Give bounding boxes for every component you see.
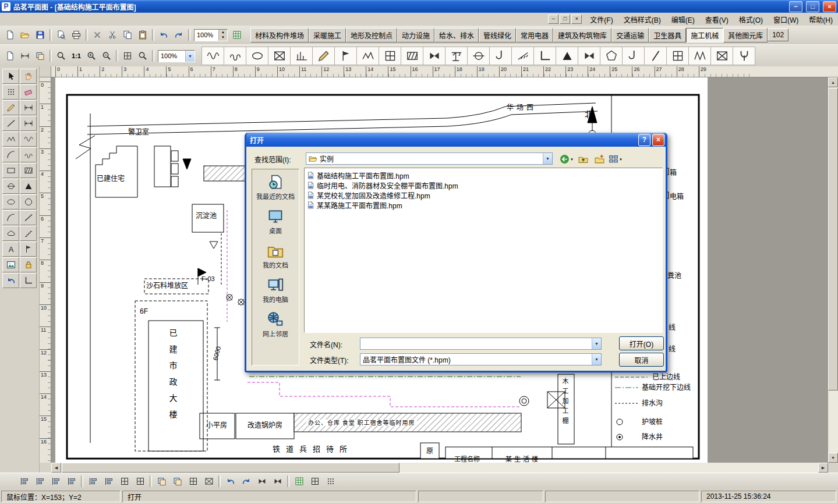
fork-tool-icon[interactable] (733, 47, 755, 65)
symbol-library-tab[interactable]: 施工机械 (686, 28, 723, 42)
stairs-tool-icon[interactable] (20, 226, 37, 241)
vertical-scrollbar[interactable]: ▲ ▼ (828, 77, 838, 463)
circle-tool-icon[interactable] (20, 194, 37, 210)
align-left-icon[interactable] (16, 474, 32, 489)
symbol-library-tab[interactable]: 材料及构件堆场 (250, 28, 309, 42)
rect-tool-icon[interactable] (2, 163, 19, 178)
align-right-icon[interactable] (48, 474, 63, 489)
polygon-tool-icon[interactable] (600, 47, 623, 65)
layer-manager-icon[interactable] (33, 49, 48, 63)
print-icon[interactable] (69, 28, 84, 42)
title-bar[interactable]: P 品茗平面图 - [基础结构施工平面布置图] − □ × (0, 0, 838, 13)
pencil-tool-icon[interactable] (2, 100, 19, 115)
maximize-button[interactable]: □ (806, 1, 819, 12)
up-one-level-button[interactable] (575, 152, 591, 166)
spinner-arrows[interactable]: ▲ ▼ (218, 30, 227, 41)
signal-icon[interactable] (20, 242, 37, 257)
delete-icon[interactable] (90, 28, 105, 42)
symbol-library-tab[interactable]: 其他图元库 (723, 28, 768, 42)
zoom-out-icon[interactable] (99, 49, 114, 63)
group-icon[interactable] (185, 474, 201, 489)
zoom-spinner[interactable]: 100% ▲ ▼ (194, 29, 228, 41)
page-setup-icon[interactable] (2, 49, 17, 63)
place-recent-documents[interactable]: 我最近的文档 (252, 174, 299, 201)
line-tool-icon[interactable] (2, 116, 19, 131)
file-name-combobox[interactable]: ▼ (360, 338, 602, 350)
mdi-close-button[interactable]: × (571, 15, 582, 24)
menu-item[interactable]: 格式(O) (734, 13, 768, 26)
menu-item[interactable]: 帮助(H) (804, 13, 838, 26)
marker-icon[interactable] (20, 179, 37, 194)
symbol-library-tab[interactable]: 建筑及构筑物库 (553, 28, 611, 42)
paste-icon[interactable] (135, 28, 150, 42)
cone-icon[interactable] (556, 47, 578, 65)
leader-icon[interactable] (20, 210, 37, 225)
dropdown-arrow-icon[interactable]: ▼ (592, 338, 601, 349)
cut-icon[interactable] (105, 28, 120, 42)
menu-item[interactable]: 文档样式(B) (618, 13, 666, 26)
align-middle-icon[interactable] (85, 474, 101, 489)
send-back-icon[interactable] (169, 474, 185, 489)
corner-tool-icon[interactable] (534, 47, 556, 65)
symbol-library-tab[interactable]: 采暖施工 (309, 28, 346, 42)
align-top-icon[interactable] (63, 474, 79, 489)
spin-down-icon[interactable]: ▼ (219, 35, 227, 41)
zoom-combobox[interactable]: 100% ▼ (158, 50, 195, 62)
menu-item[interactable]: 查看(V) (700, 13, 734, 26)
snap-toggle-icon[interactable] (17, 49, 33, 63)
symbol-library-tab[interactable]: 常用电器 (516, 28, 553, 42)
symbol-library-tab[interactable]: 交通运输 (611, 28, 649, 42)
dialog-title-bar[interactable]: 打开 ? × (246, 133, 666, 147)
mdi-restore-button[interactable]: □ (560, 15, 570, 24)
back-button[interactable]: ▼ (558, 152, 575, 166)
select-icon[interactable] (2, 69, 19, 84)
symbol-library-tab[interactable]: 卫生器具 (649, 28, 686, 42)
ramp-icon[interactable] (645, 47, 667, 65)
zoom-extent-icon[interactable] (120, 49, 135, 63)
hatch-tool-icon[interactable] (20, 163, 37, 178)
arc-tool-icon[interactable] (2, 210, 19, 225)
compactor-icon[interactable] (512, 47, 534, 65)
place-desktop[interactable]: 桌面 (252, 208, 299, 235)
dropdown-arrow-icon[interactable]: ▼ (543, 153, 552, 164)
measure-icon[interactable] (20, 116, 37, 131)
ellipse-tool-icon[interactable] (2, 194, 19, 210)
menu-item[interactable]: 窗口(W) (768, 13, 804, 26)
align-bottom-icon[interactable] (101, 474, 116, 489)
circle-cross-icon[interactable] (2, 179, 19, 194)
conveyor-icon[interactable] (357, 47, 379, 65)
hook-tool-icon[interactable] (623, 47, 645, 65)
wave-line-icon[interactable] (201, 47, 224, 65)
excavator-icon[interactable] (490, 47, 512, 65)
export-tool-icon[interactable] (20, 273, 37, 288)
cloud-tool-icon[interactable] (2, 226, 19, 241)
same-height-icon[interactable] (132, 474, 148, 489)
open-file-icon[interactable] (17, 28, 33, 42)
place-my-network[interactable]: 网上邻居 (252, 311, 299, 338)
view-menu-button[interactable]: ▼ (607, 152, 624, 166)
scroll-up-icon[interactable]: ▲ (828, 77, 838, 87)
close-button[interactable]: × (823, 1, 836, 12)
text-tool-icon[interactable] (2, 242, 19, 257)
menu-item[interactable]: 文件(F) (585, 13, 618, 26)
dialog-help-button[interactable]: ? (638, 134, 650, 146)
lock-tool-icon[interactable] (20, 257, 37, 272)
print-preview-icon[interactable] (54, 28, 69, 42)
dropdown-arrow-icon[interactable]: ▼ (592, 354, 601, 365)
file-item[interactable]: 某党校礼堂加固及改造维修工程.hpm (306, 190, 661, 200)
same-width-icon[interactable] (116, 474, 132, 489)
mixer-icon[interactable] (578, 47, 600, 65)
horizontal-scroll-thumb[interactable] (62, 463, 399, 473)
ungroup-icon[interactable] (201, 474, 217, 489)
spin-up-icon[interactable]: ▲ (219, 30, 227, 36)
grid-green-icon[interactable] (229, 28, 245, 42)
zoom-prev-icon[interactable] (135, 49, 150, 63)
vertical-scroll-thumb[interactable] (828, 88, 838, 391)
flip-h-icon[interactable] (254, 474, 270, 489)
ruler-tool-icon[interactable] (20, 100, 37, 115)
mdi-minimize-button[interactable]: – (548, 15, 558, 24)
point-tool-icon[interactable] (2, 84, 19, 100)
rotate-right-icon[interactable] (238, 474, 254, 489)
look-in-combobox[interactable]: 实例 ▼ (306, 152, 553, 165)
redo-icon[interactable] (171, 28, 186, 42)
